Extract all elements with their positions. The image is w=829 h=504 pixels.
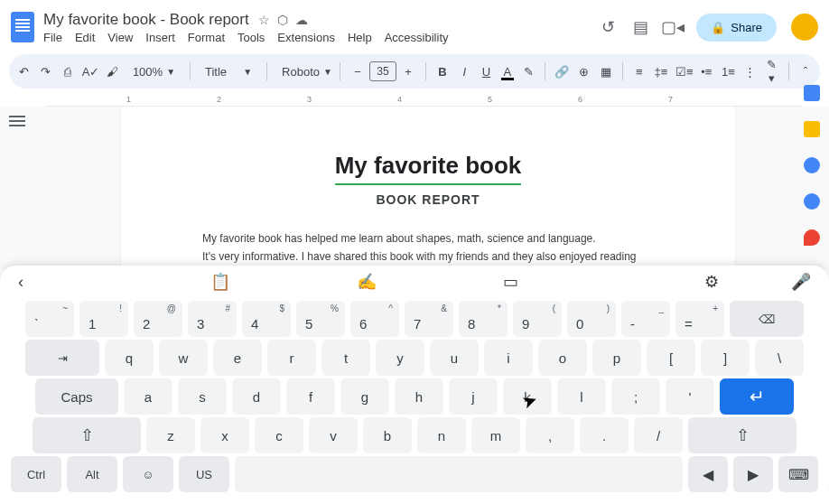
font-select[interactable]: Roboto▼ [276, 63, 331, 80]
menu-insert[interactable]: Insert [145, 31, 175, 44]
key-shift-right[interactable]: ⇧ [688, 417, 796, 453]
menu-accessibility[interactable]: Accessibility [385, 31, 449, 44]
avatar[interactable] [791, 14, 818, 41]
key-caps[interactable]: Caps [35, 378, 118, 415]
key-n[interactable]: n [417, 417, 466, 453]
link-icon[interactable]: 🔗 [554, 65, 569, 79]
key-lang[interactable]: US [179, 456, 229, 492]
key-2[interactable]: @2 [134, 301, 182, 337]
key-backspace[interactable]: ⌫ [730, 301, 804, 337]
key-4[interactable]: $4 [242, 301, 291, 337]
key-;[interactable]: ; [611, 378, 660, 415]
clipboard-icon[interactable]: 📋 [210, 272, 230, 292]
key-z[interactable]: z [146, 417, 195, 453]
bullet-list-icon[interactable]: •≡ [699, 65, 713, 79]
style-select[interactable]: Title▼ [200, 63, 257, 80]
menu-edit[interactable]: Edit [75, 31, 95, 44]
key-enter[interactable]: ↵ [720, 378, 794, 415]
highlight-icon[interactable]: ✎ [521, 65, 536, 79]
move-icon[interactable]: ⬡ [277, 13, 288, 27]
outline-panel[interactable] [0, 107, 31, 269]
key-c[interactable]: c [255, 417, 303, 453]
font-size-increase[interactable]: + [400, 65, 416, 79]
key-hide-keyboard[interactable]: ⌨ [778, 456, 818, 492]
key-3[interactable]: #3 [188, 301, 237, 337]
edit-mode-icon[interactable]: ✎ ▾ [765, 58, 779, 85]
key-y[interactable]: y [376, 340, 424, 376]
key-w[interactable]: w [159, 340, 208, 376]
image-icon[interactable]: ▦ [599, 65, 613, 79]
ruler[interactable]: 1 2 3 4 5 6 7 [45, 94, 802, 107]
key-0[interactable]: )0 [567, 301, 616, 337]
key-q[interactable]: q [105, 340, 154, 376]
bold-icon[interactable]: B [435, 65, 450, 79]
key-l[interactable]: l [557, 378, 606, 415]
key-g[interactable]: g [340, 378, 389, 415]
key-tab[interactable]: ⇥ [25, 340, 99, 376]
key-.[interactable]: . [580, 417, 629, 453]
key-v[interactable]: v [309, 417, 358, 453]
more-icon[interactable]: ⋮ [743, 65, 758, 79]
mic-icon[interactable]: 🎤 [791, 272, 811, 292]
history-icon[interactable]: ↺ [599, 18, 617, 36]
text-color-icon[interactable]: A [501, 65, 514, 79]
paint-format-icon[interactable]: 🖌 [106, 65, 120, 79]
key-[[interactable]: [ [647, 340, 695, 376]
key-6[interactable]: ^6 [350, 301, 399, 337]
key-,[interactable]: , [526, 417, 574, 453]
comments-icon[interactable]: ▤ [631, 18, 649, 36]
calendar-icon[interactable] [804, 85, 820, 101]
settings-icon[interactable]: ⚙ [704, 272, 719, 292]
share-button[interactable]: 🔒 Share [696, 14, 777, 42]
tasks-icon[interactable] [804, 157, 820, 173]
key-o[interactable]: o [538, 340, 587, 376]
document-title[interactable]: My favorite book - Book report [43, 11, 249, 29]
key-9[interactable]: (9 [513, 301, 562, 337]
comment-icon[interactable]: ⊕ [576, 65, 591, 79]
key-r[interactable]: r [267, 340, 316, 376]
document-page[interactable]: My favorite book BOOK REPORT My favorite… [121, 107, 735, 269]
menu-format[interactable]: Format [188, 31, 225, 44]
zoom-select[interactable]: 100%▼ [127, 63, 181, 80]
menu-extensions[interactable]: Extensions [277, 31, 335, 44]
key-d[interactable]: d [232, 378, 281, 415]
key-'[interactable]: ' [666, 378, 714, 415]
meet-icon[interactable]: ▢◂ [664, 18, 682, 36]
key-k[interactable]: k [503, 378, 552, 415]
key-p[interactable]: p [592, 340, 641, 376]
checklist-icon[interactable]: ☑≡ [675, 65, 692, 79]
font-size-input[interactable]: 35 [369, 61, 396, 81]
align-icon[interactable]: ≡ [632, 65, 647, 79]
menu-view[interactable]: View [107, 31, 133, 44]
menu-tools[interactable]: Tools [238, 31, 265, 44]
key-1[interactable]: !1 [79, 301, 128, 337]
key-j[interactable]: j [449, 378, 498, 415]
key-t[interactable]: t [321, 340, 370, 376]
line-spacing-icon[interactable]: ‡≡ [654, 65, 668, 79]
key-8[interactable]: *8 [459, 301, 508, 337]
key-\[interactable]: \ [755, 340, 804, 376]
key-i[interactable]: i [484, 340, 533, 376]
key-][interactable]: ] [701, 340, 750, 376]
key-`[interactable]: ~` [25, 301, 74, 337]
kb-back-icon[interactable]: ‹ [18, 273, 23, 292]
key-left-arrow[interactable]: ◀ [688, 456, 728, 492]
contacts-icon[interactable] [804, 193, 820, 210]
key-h[interactable]: h [395, 378, 443, 415]
key-ctrl[interactable]: Ctrl [11, 456, 61, 492]
key-emoji[interactable]: ☺ [123, 456, 173, 492]
key-5[interactable]: %5 [296, 301, 345, 337]
menu-file[interactable]: File [43, 31, 62, 44]
handwriting-icon[interactable]: ✍ [357, 272, 377, 292]
key-x[interactable]: x [200, 417, 249, 453]
star-icon[interactable]: ☆ [258, 13, 270, 27]
key-b[interactable]: b [363, 417, 412, 453]
key-/[interactable]: / [634, 417, 683, 453]
print-icon[interactable]: ⎙ [60, 65, 74, 79]
key-space[interactable] [235, 456, 683, 492]
key-f[interactable]: f [286, 378, 335, 415]
key-e[interactable]: e [213, 340, 262, 376]
key-m[interactable]: m [471, 417, 520, 453]
redo-icon[interactable]: ↷ [38, 65, 52, 79]
maps-icon[interactable] [804, 229, 820, 246]
